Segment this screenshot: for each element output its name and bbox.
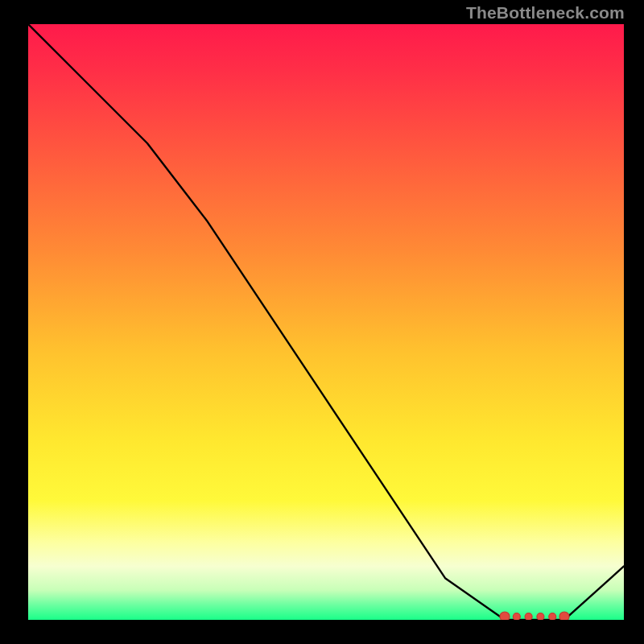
optimal-marker-dot (525, 613, 532, 621)
bottleneck-curve-path (28, 24, 624, 620)
attribution-label: TheBottleneck.com (466, 3, 625, 23)
optimal-marker-dot (559, 612, 569, 620)
plot-area (28, 24, 624, 620)
optimal-marker-dot (537, 613, 544, 621)
chart-frame: TheBottleneck.com (0, 0, 644, 644)
optimal-region-markers (500, 612, 569, 620)
chart-svg (28, 24, 624, 620)
optimal-marker-dot (549, 613, 556, 621)
optimal-marker-dot (500, 612, 510, 620)
optimal-marker-dot (513, 613, 520, 621)
